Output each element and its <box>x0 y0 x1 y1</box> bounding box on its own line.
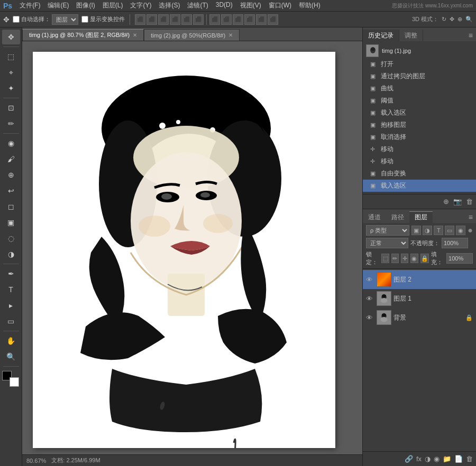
menu-layer[interactable]: 图层(L) <box>99 0 126 11</box>
layer-1-visibility[interactable]: 👁 <box>366 295 374 303</box>
dodge-tool[interactable]: ◑ <box>2 247 20 262</box>
blur-tool[interactable]: ◌ <box>2 231 20 246</box>
menu-3d[interactable]: 3D(D) <box>213 0 236 11</box>
history-item-8[interactable]: ✛ 移动 <box>363 155 476 167</box>
filter-smartobj-icon[interactable]: ◉ <box>456 226 465 235</box>
layer-camera-icon[interactable]: 📷 <box>453 198 462 206</box>
auto-select-checkbox[interactable] <box>13 16 20 23</box>
spot-heal-tool[interactable]: ◉ <box>2 136 20 151</box>
lock-all-btn[interactable]: 🔒 <box>420 254 429 263</box>
menu-filter[interactable]: 滤镜(T) <box>184 0 211 11</box>
3d-rotate-icon[interactable]: ↻ <box>442 16 446 23</box>
show-transform-checkbox[interactable] <box>81 16 88 23</box>
layer-filter-select[interactable]: ρ 类型 <box>366 225 409 236</box>
layer-item-bg[interactable]: 👁 背景 🔒 <box>363 308 476 327</box>
brush-tool[interactable]: 🖌 <box>2 152 20 166</box>
tab-timg1[interactable]: timg (1).jpg @ 80.7% (图层 2, RGB/8#) ✕ <box>22 29 144 41</box>
distribute-top-btn[interactable]: ⬛ <box>244 14 255 25</box>
history-item-7[interactable]: ✛ 移动 <box>363 143 476 155</box>
history-item-5[interactable]: ▣ 抱移图层 <box>363 119 476 131</box>
crop-tool[interactable]: ⊡ <box>2 100 20 115</box>
history-item-2[interactable]: ▣ 曲线 <box>363 82 476 95</box>
move-tool[interactable]: ✥ <box>2 30 20 44</box>
pen-tool[interactable]: ✒ <box>2 266 20 281</box>
distribute-center-h-btn[interactable]: ⬛ <box>221 14 232 25</box>
distribute-bottom-btn[interactable]: ⬛ <box>268 14 278 25</box>
fill-input[interactable] <box>446 253 473 264</box>
lock-artboard-btn[interactable]: ◉ <box>410 254 418 263</box>
tab-timg2-close[interactable]: ✕ <box>228 32 233 38</box>
history-menu-btn[interactable]: ≡ <box>465 30 476 41</box>
layer-bg-visibility[interactable]: 👁 <box>366 314 374 322</box>
layer-delete-icon[interactable]: 🗑 <box>466 198 473 206</box>
new-layer-icon[interactable]: 📄 <box>454 455 463 463</box>
menu-image[interactable]: 图像(I) <box>73 0 98 11</box>
distribute-left-btn[interactable]: ⬛ <box>209 14 220 25</box>
blend-mode-select[interactable]: 正常 <box>366 238 408 248</box>
history-item-9[interactable]: ▣ 自由变换 <box>363 167 476 180</box>
history-item-1[interactable]: ▣ 通过拷贝的图层 <box>363 70 476 82</box>
layers-panel-menu-btn[interactable]: ≡ <box>465 211 476 223</box>
channels-tab[interactable]: 通道 <box>363 211 386 223</box>
menu-file[interactable]: 文件(F) <box>16 0 43 11</box>
lock-transparent-btn[interactable]: ⬚ <box>381 254 389 263</box>
canvas-document[interactable] <box>33 52 335 448</box>
marquee-tool[interactable]: ⬚ <box>2 49 20 64</box>
link-layers-icon[interactable]: 🔗 <box>405 455 413 463</box>
tab-timg2[interactable]: timg (2).jpg @ 50%(RGB/8#) ✕ <box>144 29 240 41</box>
history-item-6[interactable]: ▣ 取消选择 <box>363 131 476 143</box>
filter-toggle[interactable]: ● <box>468 226 473 235</box>
align-left-btn[interactable]: ⬛ <box>135 14 145 25</box>
align-right-btn[interactable]: ⬛ <box>158 14 169 25</box>
eraser-tool[interactable]: ◻ <box>2 199 20 214</box>
gradient-tool[interactable]: ▣ <box>2 215 20 230</box>
filter-pixel-icon[interactable]: ▣ <box>411 226 421 235</box>
history-item-4[interactable]: ▣ 载入选区 <box>363 107 476 119</box>
distribute-center-v-btn[interactable]: ⬛ <box>256 14 267 25</box>
history-item-3[interactable]: ▣ 阈值 <box>363 95 476 107</box>
quick-select-tool[interactable]: ✦ <box>2 81 20 96</box>
align-center-h-btn[interactable]: ⬛ <box>147 14 157 25</box>
layer-item-1[interactable]: 👁 图层 1 <box>363 289 476 308</box>
history-item-10[interactable]: ▣ 载入选区 <box>363 180 476 192</box>
layer-item-2[interactable]: 👁 图层 <box>363 270 476 289</box>
layer-2-visibility[interactable]: 👁 <box>366 276 374 284</box>
3d-zoom-icon[interactable]: ⊕ <box>457 16 462 23</box>
lock-pixels-btn[interactable]: ✏ <box>391 254 399 263</box>
3d-search-icon[interactable]: 🔍 <box>465 16 473 23</box>
path-select-tool[interactable]: ▸ <box>2 298 20 313</box>
shape-tool[interactable]: ▭ <box>2 314 20 329</box>
layers-tab[interactable]: 图层 <box>409 211 433 223</box>
paths-tab[interactable]: 路径 <box>386 211 409 223</box>
menu-window[interactable]: 窗口(W) <box>266 0 295 11</box>
layer-style-icon[interactable]: fx <box>416 455 422 463</box>
history-item-0[interactable]: ▣ 打开 <box>363 58 476 70</box>
menu-select[interactable]: 选择(S) <box>155 0 183 11</box>
lock-position-btn[interactable]: ✛ <box>401 254 408 263</box>
3d-pan-icon[interactable]: ✥ <box>450 16 454 23</box>
align-bottom-btn[interactable]: ⬛ <box>193 14 204 25</box>
history-brush-tool[interactable]: ↩ <box>2 183 20 198</box>
adjustment-layer-icon[interactable]: ◉ <box>434 455 440 463</box>
delete-layer-icon[interactable]: 🗑 <box>466 455 473 463</box>
hand-tool[interactable]: ✋ <box>2 333 20 348</box>
adjustments-tab[interactable]: 调整 <box>399 30 423 41</box>
filter-text-icon[interactable]: T <box>434 226 443 235</box>
background-color[interactable] <box>10 377 19 387</box>
new-group-icon[interactable]: 📁 <box>443 455 451 463</box>
menu-view[interactable]: 视图(V) <box>237 0 264 11</box>
layer-add-channel-icon[interactable]: ⊕ <box>443 198 449 206</box>
stamp-tool[interactable]: ⊕ <box>2 167 20 182</box>
opacity-input[interactable] <box>442 238 468 248</box>
add-mask-icon[interactable]: ◑ <box>425 455 431 463</box>
text-tool[interactable]: T <box>2 282 20 297</box>
menu-text[interactable]: 文字(Y) <box>127 0 154 11</box>
auto-select-dropdown[interactable]: 图层 <box>52 14 78 25</box>
eyedropper-tool[interactable]: ✏ <box>2 116 20 131</box>
zoom-tool[interactable]: 🔍 <box>2 349 20 364</box>
filter-shape-icon[interactable]: ▭ <box>445 226 454 235</box>
canvas-wrapper[interactable] <box>22 41 362 454</box>
lasso-tool[interactable]: ⌖ <box>2 65 20 80</box>
menu-edit[interactable]: 编辑(E) <box>44 0 72 11</box>
filter-adjust-icon[interactable]: ◑ <box>423 226 432 235</box>
